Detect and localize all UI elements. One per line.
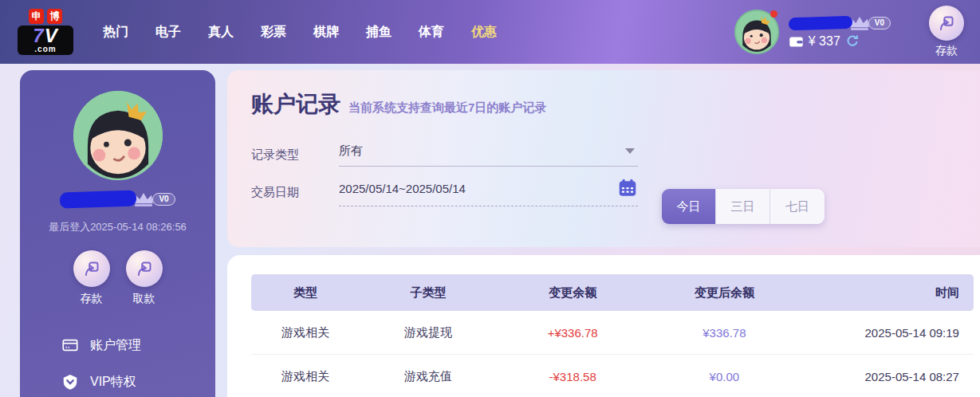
refresh-balance-icon[interactable] [845,34,860,49]
page-title: 账户记录 [251,89,340,120]
table-header-row: 类型 子类型 变更余额 变更后余额 时间 [251,274,974,311]
deposit-quick-button[interactable]: 存款 [929,6,964,58]
sidebar-deposit-label: 存款 [81,292,103,306]
nav-item-live[interactable]: 真人 [208,16,234,49]
brand-wordmark: 7V .com [18,26,73,55]
cell-subtype: 游戏提现 [360,325,497,340]
cell-time: 2025-05-14 09:19 [801,326,974,340]
shield-icon [61,373,79,391]
page-subtitle: 当前系统支持查询最近7日的账户记录 [348,100,546,116]
records-table-card: 类型 子类型 变更余额 变更后余额 时间 游戏相关 游戏提现 +¥336.78 … [227,255,980,397]
sidebar-item-label: VIP特权 [90,374,136,391]
wallet-icon [789,36,804,48]
col-time: 时间 [801,285,974,301]
date-range-picker[interactable]: 2025/05/14~2025/05/14 [339,178,638,206]
nav-item-lottery[interactable]: 彩票 [261,16,286,49]
record-type-select[interactable]: 所有 [339,143,638,167]
cell-after: ¥0.00 [648,370,800,383]
account-sidebar: V0 最后登入2025-05-14 08:26:56 存款 取款 [20,70,215,397]
nav-item-cards[interactable]: 棋牌 [313,16,339,49]
main-nav: 热门 电子 真人 彩票 棋牌 捕鱼 体育 优惠 [89,16,510,49]
chevron-down-icon [625,148,635,154]
cell-type: 游戏相关 [251,325,360,340]
sidebar-menu: 账户管理 VIP特权 红利红包 [20,327,215,397]
col-change: 变更余额 [497,285,648,301]
cell-change: +¥336.78 [497,326,648,340]
sidebar-deposit-button[interactable]: 存款 [73,250,110,306]
nav-item-promos[interactable]: 优惠 [471,16,497,49]
tab-today[interactable]: 今日 [662,189,716,224]
cell-type: 游戏相关 [251,369,360,384]
brand-name-prefix: 7 [33,25,44,46]
table-row: 游戏相关 游戏充值 -¥318.58 ¥0.00 2025-05-14 08:2… [251,355,974,397]
deposit-quick-label: 存款 [935,44,958,58]
user-cluster: V0 ¥ 337 存款 [734,6,980,58]
page-body: V0 最后登入2025-05-14 08:26:56 存款 取款 [0,64,980,397]
date-range-value: 2025/05/14~2025/05/14 [339,182,466,195]
notification-dot [770,10,777,18]
profile-avatar[interactable] [73,91,163,180]
username-redacted [789,16,853,31]
date-range-label: 交易日期 [251,185,339,200]
sidebar-deposit-icon [73,250,110,287]
brand-badge-right: 博 [47,9,62,24]
account-records-panel: 账户记录 当前系统支持查询最近7日的账户记录 记录类型 所有 交易日期 2025… [227,70,980,247]
deposit-icon [929,6,964,41]
sidebar-item-label: 账户管理 [90,337,141,354]
cell-subtype: 游戏充值 [360,369,497,384]
sidebar-withdraw-icon [126,250,163,287]
tab-three-days[interactable]: 三日 [716,189,770,224]
col-type: 类型 [251,285,360,301]
main-content: 账户记录 当前系统支持查询最近7日的账户记录 记录类型 所有 交易日期 2025… [227,70,980,397]
brand-tld: .com [21,45,70,53]
date-range-tabs: 今日 三日 七日 [662,189,825,224]
bank-card-icon [61,336,79,354]
cell-time: 2025-05-14 08:27 [801,370,974,383]
col-subtype: 子类型 [360,285,497,301]
profile-username-redacted [60,190,137,208]
last-login-text: 最后登入2025-05-14 08:26:56 [20,220,215,234]
nav-item-sports[interactable]: 体育 [419,16,444,49]
brand-name-suffix: V [45,25,58,46]
user-avatar[interactable] [734,10,779,54]
sidebar-withdraw-label: 取款 [133,292,155,306]
brand-logo[interactable]: 申 博 7V .com [18,9,73,55]
sidebar-item-account-management[interactable]: 账户管理 [61,327,215,364]
nav-item-hot[interactable]: 热门 [103,16,128,49]
record-type-value: 所有 [339,143,363,159]
nav-item-fishing[interactable]: 捕鱼 [366,16,392,49]
brand-badge-left: 申 [29,9,44,24]
balance-amount: ¥ 337 [809,34,840,49]
cell-change: -¥318.58 [497,370,648,383]
sidebar-item-vip-privileges[interactable]: VIP特权 [61,364,215,397]
profile-vip-level-badge: V0 [152,193,175,206]
sidebar-withdraw-button[interactable]: 取款 [126,250,163,306]
record-type-label: 记录类型 [251,147,339,163]
calendar-icon[interactable] [617,178,638,198]
table-row: 游戏相关 游戏提现 +¥336.78 ¥336.78 2025-05-14 09… [251,311,974,355]
tab-seven-days[interactable]: 七日 [770,189,825,224]
vip-level-badge: V0 [868,17,891,29]
top-navbar: 申 博 7V .com 热门 电子 真人 彩票 棋牌 捕鱼 体育 优惠 V0 [0,0,980,64]
cell-after: ¥336.78 [648,326,800,340]
col-after: 变更后余额 [648,285,800,301]
nav-item-slots[interactable]: 电子 [155,16,181,49]
